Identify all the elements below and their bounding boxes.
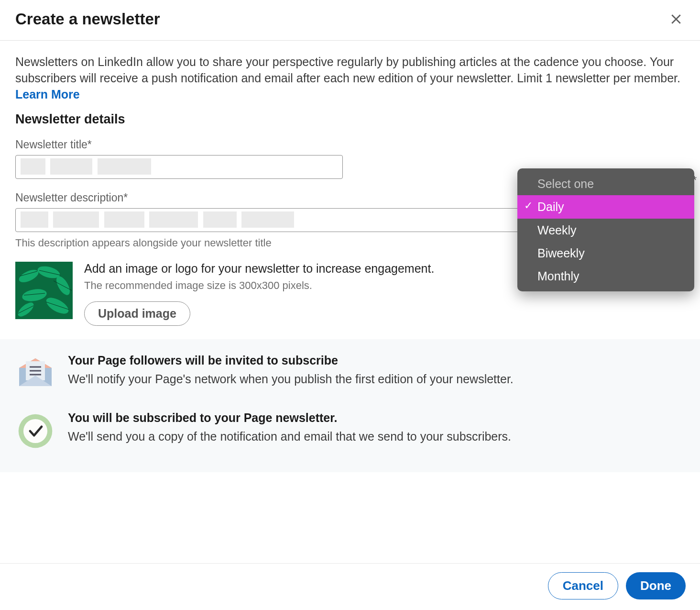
title-input[interactable] (15, 155, 343, 179)
close-icon (669, 12, 683, 26)
title-label: Newsletter title* (15, 138, 343, 151)
redacted-text (21, 158, 45, 175)
cadence-option-placeholder[interactable]: Select one (517, 172, 694, 195)
cancel-button[interactable]: Cancel (548, 572, 618, 599)
modal-footer: Cancel Done (0, 563, 700, 610)
done-button[interactable]: Done (626, 572, 686, 599)
intro-body: Newsletters on LinkedIn allow you to sha… (15, 55, 680, 85)
envelope-icon (15, 354, 55, 394)
redacted-text (53, 211, 99, 228)
close-button[interactable] (667, 10, 686, 29)
svg-point-15 (23, 419, 47, 443)
redacted-text (203, 211, 237, 228)
section-title: Newsletter details (15, 112, 685, 127)
notice-body: We'll send you a copy of the notificatio… (68, 430, 511, 444)
newsletter-image-thumbnail[interactable] (15, 262, 73, 319)
redacted-text (149, 211, 198, 228)
learn-more-link[interactable]: Learn More (15, 88, 80, 101)
cadence-option-daily[interactable]: Daily (517, 195, 694, 218)
cadence-dropdown[interactable]: Select one Daily Weekly Biweekly Monthly (517, 168, 694, 291)
redacted-text (98, 158, 151, 175)
notice-subscribed: You will be subscribed to your Page news… (15, 411, 685, 451)
redacted-text (50, 158, 92, 175)
check-circle-icon (17, 412, 54, 450)
redacted-text (21, 211, 48, 228)
modal-title: Create a newsletter (15, 10, 160, 28)
modal-header: Create a newsletter (0, 0, 700, 41)
cadence-option-biweekly[interactable]: Biweekly (517, 242, 694, 265)
notice-body: We'll notify your Page's network when yo… (68, 372, 514, 386)
redacted-text (104, 211, 144, 228)
notice-followers: Your Page followers will be invited to s… (15, 354, 685, 394)
image-headline: Add an image or logo for your newsletter… (84, 262, 434, 276)
upload-image-button[interactable]: Upload image (84, 301, 190, 326)
notice-title: Your Page followers will be invited to s… (68, 354, 514, 367)
cadence-option-monthly[interactable]: Monthly (517, 265, 694, 288)
leaf-image-icon (15, 262, 73, 319)
redacted-text (241, 211, 294, 228)
notice-title: You will be subscribed to your Page news… (68, 411, 511, 425)
image-recommended: The recommended image size is 300x300 pi… (84, 279, 434, 292)
cadence-option-weekly[interactable]: Weekly (517, 219, 694, 242)
intro-text: Newsletters on LinkedIn allow you to sha… (15, 54, 685, 102)
